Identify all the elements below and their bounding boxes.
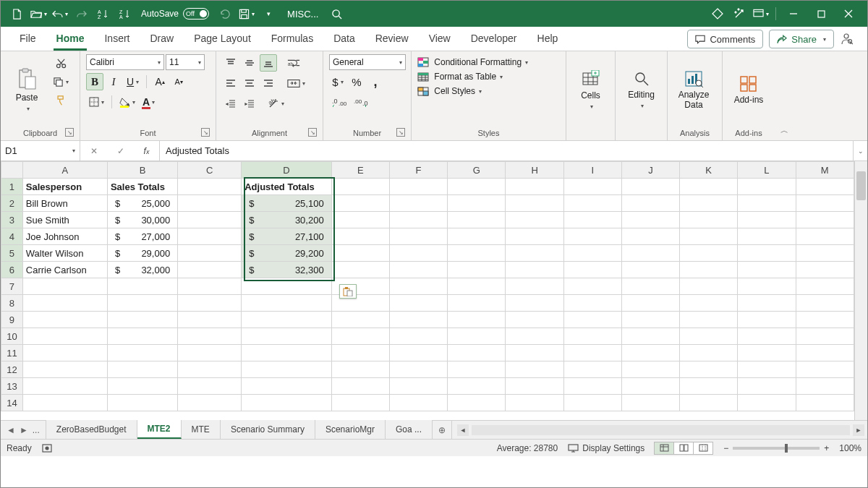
- sheet-nav-next-icon[interactable]: ►: [20, 425, 28, 435]
- new-sheet-icon[interactable]: ⊕: [433, 421, 451, 439]
- font-name-combo[interactable]: Calibri▾: [86, 54, 164, 70]
- tab-data[interactable]: Data: [323, 26, 365, 51]
- undo-icon[interactable]: ▾: [50, 4, 70, 24]
- row-header-6[interactable]: 6: [1, 262, 23, 278]
- new-file-icon[interactable]: [7, 4, 27, 24]
- diamond-icon[interactable]: [707, 4, 728, 24]
- comments-button[interactable]: Comments: [687, 30, 763, 48]
- cell-B2[interactable]: $25,000: [107, 195, 177, 212]
- addins-button[interactable]: Add-ins: [728, 54, 769, 126]
- tab-review[interactable]: Review: [365, 26, 419, 51]
- cell-D1[interactable]: Adjusted Totals: [242, 179, 331, 195]
- font-color-button[interactable]: A▾: [140, 93, 158, 111]
- col-header-M[interactable]: M: [796, 162, 854, 179]
- format-as-table-button[interactable]: Format as Table▾: [417, 72, 528, 82]
- cell-D5[interactable]: $29,200: [242, 245, 331, 262]
- cell-D2[interactable]: $25,100: [242, 195, 331, 212]
- row-header-9[interactable]: 9: [1, 312, 23, 328]
- tab-home[interactable]: Home: [46, 26, 95, 51]
- col-header-C[interactable]: C: [178, 162, 242, 179]
- collapse-ribbon-icon[interactable]: ︿: [775, 51, 793, 140]
- sheet-tab-3[interactable]: Scenario Summary: [221, 420, 315, 439]
- col-header-D[interactable]: D: [242, 162, 331, 179]
- share-button[interactable]: Share ▾: [769, 30, 834, 48]
- format-painter-icon[interactable]: [50, 92, 72, 109]
- cell-B4[interactable]: $27,000: [107, 228, 177, 245]
- save-icon[interactable]: ▾: [237, 4, 257, 24]
- cell-B1[interactable]: Sales Totals: [107, 179, 177, 195]
- display-settings-button[interactable]: Display Settings: [568, 443, 644, 453]
- zoom-level[interactable]: 100%: [839, 443, 861, 453]
- col-header-A[interactable]: A: [22, 162, 107, 179]
- sheet-tab-4[interactable]: ScenarioMgr: [315, 420, 386, 439]
- tab-view[interactable]: View: [419, 26, 461, 51]
- select-all-corner[interactable]: [1, 162, 23, 179]
- underline-button[interactable]: U▾: [124, 73, 142, 90]
- vertical-scrollbar[interactable]: [854, 161, 867, 420]
- align-right-icon[interactable]: [260, 74, 277, 92]
- cell-B5[interactable]: $29,000: [107, 245, 177, 262]
- tab-page-layout[interactable]: Page Layout: [184, 26, 261, 51]
- copy-icon[interactable]: ▾: [50, 73, 72, 90]
- comma-icon[interactable]: ,: [367, 73, 384, 90]
- formula-input[interactable]: Adjusted Totals: [160, 141, 853, 160]
- view-page-layout-icon[interactable]: [673, 442, 694, 455]
- fx-icon[interactable]: fx: [144, 146, 150, 156]
- align-middle-icon[interactable]: [241, 54, 258, 72]
- macro-record-icon[interactable]: [42, 444, 52, 453]
- wrap-text-icon[interactable]: ab: [284, 54, 303, 72]
- row-header-11[interactable]: 11: [1, 345, 23, 361]
- col-header-K[interactable]: K: [680, 162, 738, 179]
- sheet-nav-more-icon[interactable]: ...: [33, 425, 40, 435]
- cell-D4[interactable]: $27,100: [242, 228, 331, 245]
- number-dialog-icon[interactable]: ↘: [396, 128, 405, 137]
- align-left-icon[interactable]: [222, 74, 239, 92]
- search-icon[interactable]: [327, 9, 346, 20]
- cell-C1[interactable]: [178, 179, 242, 195]
- view-normal-icon[interactable]: [654, 442, 674, 455]
- cells-button[interactable]: Cells▾: [572, 54, 609, 126]
- maximize-icon[interactable]: [808, 4, 834, 24]
- row-header-3[interactable]: 3: [1, 212, 23, 228]
- analyze-data-button[interactable]: Analyze Data: [673, 54, 714, 126]
- autosave-toggle[interactable]: AutoSave Off: [141, 8, 209, 20]
- wand-icon[interactable]: [729, 4, 749, 24]
- col-header-J[interactable]: J: [621, 162, 679, 179]
- sort-asc-icon[interactable]: AZ: [93, 4, 114, 24]
- bold-button[interactable]: B: [86, 73, 103, 90]
- name-box[interactable]: D1▾: [1, 141, 80, 160]
- account-icon[interactable]: [834, 26, 859, 51]
- currency-icon[interactable]: $▾: [329, 73, 346, 90]
- tab-formulas[interactable]: Formulas: [261, 26, 323, 51]
- row-header-2[interactable]: 2: [1, 195, 23, 212]
- paste-options-icon[interactable]: [339, 284, 357, 299]
- italic-button[interactable]: I: [105, 73, 122, 90]
- cell-A2[interactable]: Bill Brown: [22, 195, 107, 212]
- decrease-indent-icon[interactable]: [222, 95, 239, 112]
- row-header-1[interactable]: 1: [1, 179, 23, 195]
- horizontal-scrollbar[interactable]: ◄►: [454, 421, 867, 439]
- col-header-B[interactable]: B: [107, 162, 177, 179]
- sheet-tab-0[interactable]: ZeroBasedBudget: [46, 420, 137, 439]
- open-file-icon[interactable]: ▾: [28, 4, 48, 24]
- shrink-font-icon[interactable]: A▾: [170, 73, 187, 90]
- font-dialog-icon[interactable]: ↘: [201, 128, 210, 137]
- col-header-H[interactable]: H: [506, 162, 563, 179]
- cell-B6[interactable]: $32,000: [107, 262, 177, 278]
- cell-styles-button[interactable]: Cell Styles▾: [417, 86, 528, 96]
- decrease-decimal-icon[interactable]: .00.0: [351, 93, 371, 111]
- row-header-4[interactable]: 4: [1, 228, 23, 245]
- zoom-in-icon[interactable]: +: [824, 443, 829, 453]
- merge-button[interactable]: ▾: [284, 74, 308, 92]
- col-header-G[interactable]: G: [448, 162, 506, 179]
- col-header-F[interactable]: F: [389, 162, 447, 179]
- align-top-icon[interactable]: [222, 54, 239, 72]
- cell-D6[interactable]: $32,300: [242, 262, 331, 278]
- cancel-formula-icon[interactable]: ✕: [90, 146, 98, 156]
- enter-formula-icon[interactable]: ✓: [117, 146, 124, 156]
- align-center-icon[interactable]: [241, 74, 258, 92]
- tab-draw[interactable]: Draw: [140, 26, 184, 51]
- sheet-tab-2[interactable]: MTE: [182, 420, 221, 439]
- tab-insert[interactable]: Insert: [94, 26, 140, 51]
- cells-grid[interactable]: A B C D E F G H I J K L M 1 Salesperson …: [1, 161, 854, 420]
